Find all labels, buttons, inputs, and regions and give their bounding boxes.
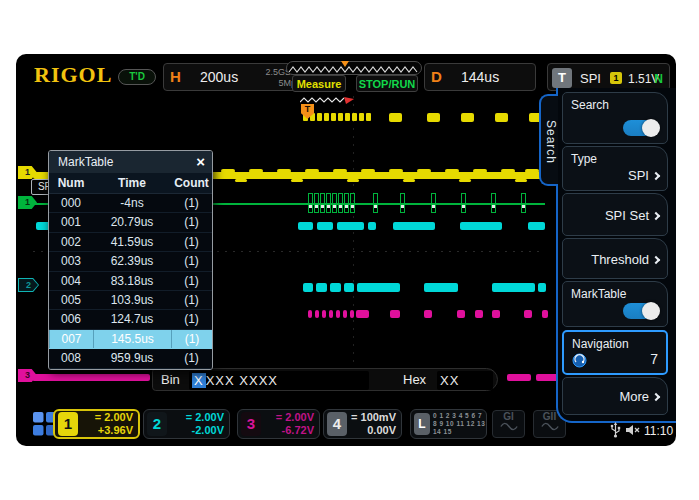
waveform-segment — [320, 193, 325, 213]
waveform-segment — [344, 283, 354, 292]
search-toggle-switch[interactable] — [623, 120, 659, 136]
waveform-segment — [461, 113, 474, 122]
waveform-segment — [308, 310, 312, 318]
waveform-segment — [522, 205, 525, 208]
dc-coupling-icon: = — [95, 411, 101, 423]
waveform-segment — [315, 205, 318, 208]
waveform-segment — [343, 310, 347, 318]
mark-table-header: Num Time Count — [49, 173, 212, 194]
table-cell: 20.79us — [93, 213, 171, 231]
graticule-vertical — [353, 96, 354, 370]
column-header-count: Count — [171, 173, 212, 193]
waveform-segment — [521, 193, 526, 213]
gen1-button[interactable]: GI — [492, 410, 525, 438]
waveform-segment — [400, 193, 405, 213]
threshold-value: Threshold — [591, 252, 659, 267]
bin-label: Bin — [161, 372, 180, 387]
bin-value[interactable]: XXXX XXXX — [189, 371, 369, 390]
channel2-number: 2 — [147, 412, 167, 436]
table-cell: (1) — [171, 194, 212, 212]
table-row[interactable]: 00120.79us(1) — [49, 213, 212, 232]
waveform-segment — [366, 113, 371, 121]
type-panel[interactable]: Type SPI — [562, 146, 668, 191]
more-panel[interactable]: More — [562, 377, 668, 415]
waveform-segment — [389, 169, 403, 173]
marktable-toggle-switch[interactable] — [623, 303, 659, 319]
channel2-box[interactable]: 2 = 2.00V -2.00V — [143, 409, 230, 439]
waveform-segment — [459, 179, 471, 182]
dc-coupling-icon: = — [186, 411, 192, 423]
mark-table-popup: MarkTable × Num Time Count 000-4ns(1)001… — [48, 150, 213, 370]
trigger-zigzag — [300, 96, 356, 105]
table-cell: 124.7us — [93, 310, 171, 328]
table-row[interactable]: 000-4ns(1) — [49, 194, 212, 213]
waveform-segment — [356, 310, 369, 318]
waveform-segment — [329, 310, 333, 318]
waveform-segment — [432, 205, 435, 208]
navigation-panel[interactable]: Navigation 7 — [562, 330, 668, 375]
spi-set-panel[interactable]: SPI Set — [562, 193, 668, 236]
waveform-segment — [344, 193, 349, 213]
table-row[interactable]: 008959.9us(1) — [49, 349, 212, 368]
table-cell: (1) — [171, 349, 212, 367]
hex-value[interactable]: XX — [437, 371, 493, 390]
waveform-segment — [389, 113, 402, 122]
table-cell: 83.18us — [93, 272, 171, 290]
table-cell: 001 — [49, 213, 93, 231]
waveform-segment — [339, 205, 342, 208]
dc-coupling-icon: = — [276, 411, 282, 423]
navigation-label: Navigation — [572, 337, 629, 351]
waveform-segment — [277, 169, 291, 173]
waveform-segment — [542, 310, 548, 318]
waveform-segment — [538, 283, 546, 292]
logic-label: L — [414, 413, 430, 435]
waveform-segment — [417, 169, 431, 173]
search-toggle-panel[interactable]: Search — [562, 92, 668, 144]
chevron-right-icon — [652, 393, 660, 401]
waveform-segment — [427, 113, 440, 122]
sine-wave-icon — [541, 422, 559, 431]
chevron-right-icon — [652, 172, 660, 180]
table-row[interactable]: 006124.7us(1) — [49, 310, 212, 329]
waveform-segment — [309, 205, 312, 208]
channel3-number: 3 — [241, 412, 261, 436]
channel3-box[interactable]: 3 = 2.00V -6.72V — [237, 409, 320, 439]
table-row[interactable]: 00241.59us(1) — [49, 233, 212, 252]
waveform-segment — [359, 113, 364, 121]
search-sidebar-tab[interactable]: Search — [539, 94, 558, 186]
table-row[interactable]: 007145.5us(1) — [49, 330, 212, 349]
waveform-segment — [350, 310, 354, 318]
chevron-right-icon — [652, 212, 660, 220]
threshold-panel[interactable]: Threshold — [562, 238, 668, 279]
table-row[interactable]: 00483.18us(1) — [49, 272, 212, 291]
waveform-segment — [327, 205, 330, 208]
close-icon[interactable]: × — [196, 151, 205, 173]
waveform-segment — [326, 193, 331, 213]
channel1-values: = 2.00V +3.96V — [78, 411, 138, 437]
clock: 11:10 — [644, 424, 673, 438]
waveform-segment — [390, 310, 400, 318]
waveform-segment — [507, 374, 531, 381]
waveform-segment — [368, 222, 376, 230]
waveform-segment — [315, 310, 319, 318]
more-value: More — [619, 389, 659, 404]
waveform-segment — [333, 169, 347, 173]
channel4-box[interactable]: 4 = 100mV 0.00V — [323, 409, 402, 439]
waveform-segment — [322, 310, 326, 318]
table-cell: 003 — [49, 252, 93, 270]
waveform-segment — [352, 113, 357, 121]
marktable-toggle-panel[interactable]: MarkTable — [562, 281, 668, 327]
table-cell: 103.9us — [93, 291, 171, 309]
waveform-segment — [460, 222, 502, 230]
logic-channels-box[interactable]: L 0 1 2 3 4 5 6 7 8 9 10 11 12 13 14 15 — [410, 409, 487, 439]
table-row[interactable]: 005103.9us(1) — [49, 291, 212, 310]
mark-table-titlebar[interactable]: MarkTable × — [49, 151, 212, 173]
waveform-segment — [32, 374, 150, 381]
channel4-number: 4 — [327, 412, 347, 436]
table-row[interactable]: 00362.39us(1) — [49, 252, 212, 271]
waveform-segment — [324, 113, 329, 121]
logic-digits: 0 1 2 3 4 5 6 7 8 9 10 11 12 13 14 15 — [430, 412, 486, 436]
spi-set-value: SPI Set — [605, 208, 659, 223]
waveform-segment — [515, 179, 527, 182]
channel1-box[interactable]: 1 = 2.00V +3.96V — [53, 409, 140, 439]
